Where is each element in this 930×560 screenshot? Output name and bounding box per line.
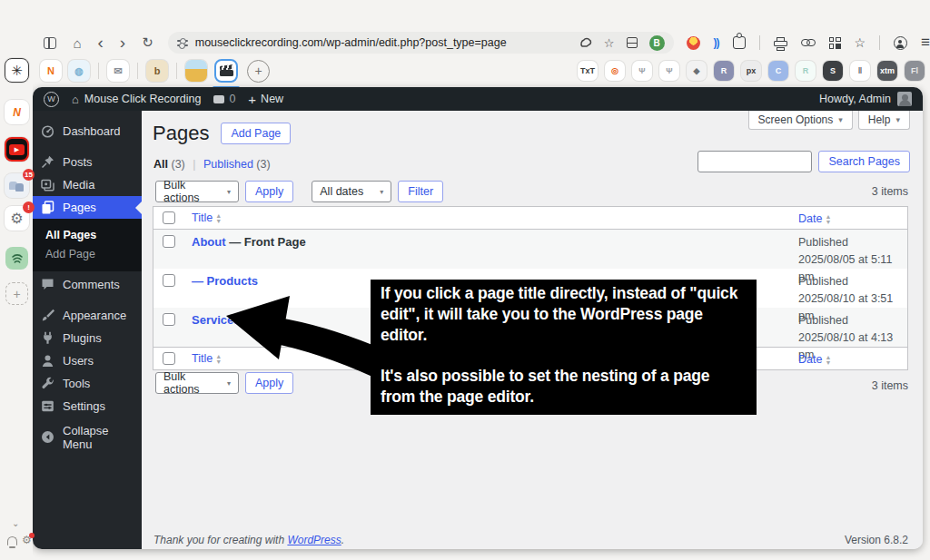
admin-bar-site-link[interactable]: ⌂ Mouse Click Recording [72, 93, 201, 106]
print-icon[interactable] [774, 37, 787, 49]
profile-b-badge[interactable]: B [649, 35, 665, 51]
row-checkbox[interactable] [163, 313, 175, 326]
youtube-icon[interactable]: ▶ [5, 137, 29, 162]
y2-ext[interactable]: Ψ [659, 61, 679, 81]
views-filter: All (3) | Published (3) [153, 158, 271, 171]
plus-icon: + [248, 92, 256, 107]
date-column-footer[interactable]: Date [798, 353, 822, 366]
favorites-star-icon[interactable]: ☆ [855, 35, 866, 50]
comment-bubble-icon [213, 95, 224, 103]
apply-button[interactable]: Apply [245, 181, 293, 202]
orange-ring-ext[interactable]: ◎ [605, 61, 625, 81]
filter-button[interactable]: Filter [398, 181, 443, 202]
xtm-ext[interactable]: xtm [877, 61, 897, 81]
screen-options-button[interactable]: Screen Options▾ [748, 111, 853, 130]
all-dates-select[interactable]: All dates▾ [312, 181, 391, 202]
sidebar-item-media[interactable]: Media [33, 173, 142, 196]
pause-ext[interactable]: ‖ [850, 61, 870, 81]
people-app-icon[interactable]: 15 [5, 173, 29, 198]
txt-ext[interactable]: TxT [578, 61, 598, 81]
pages-icon [41, 201, 54, 214]
page-title-link-about[interactable]: About [192, 235, 226, 249]
r-outline-ext[interactable]: R [796, 61, 816, 81]
reload-icon[interactable]: ↻ [142, 34, 153, 51]
admin-bar-new[interactable]: + New [248, 92, 283, 107]
sidebar-item-add-page[interactable]: Add Page [33, 244, 142, 263]
chevron-down-icon[interactable]: ⌄ [12, 518, 19, 528]
mail-tab[interactable]: ✉ [107, 60, 129, 82]
y1-ext[interactable]: Ψ [632, 61, 652, 81]
n-app-icon[interactable]: N [5, 100, 29, 124]
clapperboard-icon [220, 65, 233, 76]
search-pages-button[interactable]: Search Pages [818, 151, 910, 172]
dock-add-button[interactable]: + [5, 282, 28, 305]
s-dark-ext[interactable]: S [823, 61, 843, 81]
sidebar-item-collapse-menu[interactable]: Collapse Menu [33, 426, 142, 448]
admin-bar-comments[interactable]: 0 [213, 93, 235, 105]
bot-app-tab[interactable] [185, 60, 207, 82]
spotify-icon[interactable] [5, 247, 28, 270]
view-published[interactable]: Published [203, 158, 253, 171]
gear-icon[interactable]: ⚙ [22, 534, 32, 546]
settings-app-icon[interactable]: ⚙ ! [5, 206, 29, 231]
new-tab-button[interactable]: + [247, 60, 270, 83]
bulk-actions-select[interactable]: Bulk actions▾ [155, 181, 239, 202]
select-all-checkbox[interactable] [163, 211, 175, 224]
forward-icon[interactable]: › [120, 33, 125, 53]
page-title-link-products[interactable]: — Products [192, 274, 258, 288]
sidebar-item-comments[interactable]: Comments [33, 273, 142, 296]
avatar[interactable] [897, 92, 912, 106]
bookmark-star-icon[interactable]: ☆ [604, 36, 615, 50]
split-view-icon[interactable] [627, 37, 638, 48]
title-column-header[interactable]: Title [192, 211, 213, 224]
sidebar-item-dashboard[interactable]: Dashboard [33, 120, 142, 142]
extension-orange-icon[interactable] [687, 36, 700, 50]
sidebar-item-users[interactable]: Users [33, 349, 142, 372]
sidebar-item-pages[interactable]: Pages [33, 196, 142, 219]
browser-menu-icon[interactable]: ≡ [921, 34, 930, 52]
row-checkbox[interactable] [163, 274, 175, 287]
sound-wave-icon[interactable]: )) [714, 36, 719, 49]
date-column-header[interactable]: Date [798, 212, 822, 225]
howdy-admin[interactable]: Howdy, Admin [819, 93, 891, 105]
sidebar-item-posts[interactable]: Posts [33, 151, 142, 173]
sidebar-item-plugins[interactable]: Plugins [33, 327, 142, 349]
add-page-button[interactable]: Add Page [221, 123, 291, 144]
sidebar-toggle-icon[interactable] [44, 37, 56, 49]
px-ext[interactable]: px [741, 61, 761, 81]
flippa-ext[interactable]: Fl [905, 61, 925, 81]
chevron-down-icon: ▾ [838, 115, 843, 124]
sidebar-item-tools[interactable]: Tools [33, 372, 142, 395]
profile-icon[interactable] [894, 36, 907, 50]
qr-code-icon[interactable] [829, 37, 841, 49]
row-status: Published [798, 273, 900, 290]
bell-icon[interactable] [7, 536, 17, 545]
search-input[interactable] [698, 151, 812, 172]
url-text[interactable]: mouseclickrecording.com/wp-admin/edit.ph… [195, 36, 579, 49]
ring-app-tab[interactable]: ◍ [68, 60, 90, 82]
teal-ext[interactable]: C [768, 61, 788, 81]
view-all[interactable]: All [153, 158, 168, 171]
sidebar-item-all-pages[interactable]: All Pages [33, 225, 142, 244]
help-button[interactable]: Help▾ [858, 111, 910, 130]
address-bar[interactable]: mouseclickrecording.com/wp-admin/edit.ph… [168, 32, 674, 54]
reader-icon[interactable] [579, 36, 592, 49]
chatgpt-icon[interactable]: ✳ [5, 58, 29, 83]
site-settings-icon[interactable] [177, 38, 188, 47]
copy-link-icon[interactable] [801, 39, 816, 46]
home-icon[interactable]: ⌂ [73, 35, 81, 51]
drone-ext[interactable]: ◆ [687, 61, 707, 81]
n-app-tab[interactable]: N [40, 60, 62, 82]
row-checkbox[interactable] [163, 235, 175, 248]
b-app-tab[interactable]: b [146, 60, 168, 82]
sidebar-item-settings[interactable]: Settings [33, 395, 142, 418]
title-column-footer[interactable]: Title [192, 352, 213, 365]
back-icon[interactable]: ‹ [98, 33, 104, 53]
wordpress-logo-icon[interactable]: W [44, 92, 59, 107]
select-all-checkbox[interactable] [163, 352, 175, 365]
active-tab-clapper[interactable] [214, 59, 238, 83]
wordpress-link[interactable]: WordPress [287, 534, 341, 546]
sidebar-item-appearance[interactable]: Appearance [33, 304, 142, 327]
extensions-puzzle-icon[interactable] [733, 36, 746, 49]
r-purple-ext[interactable]: R [714, 61, 734, 81]
